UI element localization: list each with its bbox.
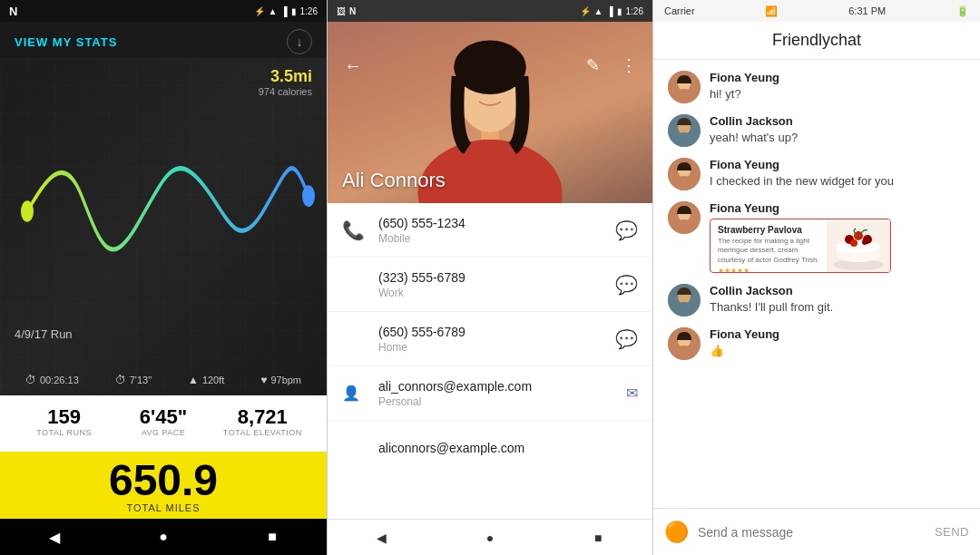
contact-nav-home[interactable]: ●: [472, 520, 508, 556]
contact-phone-work-details: (323) 555-6789 Work: [378, 270, 615, 299]
elevation-icon: ▲: [188, 374, 199, 386]
chat-wifi-icon: 📶: [765, 5, 778, 17]
fitness-panel: N ⚡ ▲ ▐ ▮ 1:26 VIEW MY STATS ↓ 3.5mi 974…: [0, 0, 327, 555]
contact-phone-home-value[interactable]: (650) 555-6789: [378, 325, 615, 339]
nav-home-button[interactable]: ●: [145, 519, 181, 555]
svg-point-6: [675, 89, 693, 103]
wifi-icon: ▲: [269, 6, 278, 16]
chat-text-3: I checked in the new widget for you: [710, 173, 965, 190]
chat-widget-image: [827, 219, 890, 273]
chat-text-6: 👍: [710, 343, 965, 359]
contact-nav-back[interactable]: ◀: [364, 520, 400, 556]
chat-sender-4: Fiona Yeung: [710, 201, 965, 215]
contact-more-button[interactable]: ⋮: [614, 51, 643, 80]
pace-icon: ⏱: [115, 374, 126, 386]
fitness-status-icons: ⚡ ▲ ▐ ▮ 1:26: [254, 6, 318, 16]
download-button[interactable]: ↓: [287, 29, 312, 54]
bluetooth-icon: ⚡: [254, 6, 265, 16]
chat-message-6-content: Fiona Yeung 👍: [710, 327, 965, 359]
timer-icon: ⏱: [25, 374, 36, 386]
metric-time: ⏱ 00:26:13: [25, 374, 79, 386]
metric-pace-value: 7'13": [130, 375, 152, 385]
contact-phone-home-type: Home: [378, 341, 615, 354]
contact-email-2: aliconnors@example.com: [328, 421, 652, 475]
fiona-avatar-3: [668, 201, 701, 234]
chat-send-button[interactable]: Send: [935, 525, 969, 539]
metric-time-value: 00:26:13: [40, 375, 79, 385]
signal-icon: ▐: [280, 6, 287, 16]
contact-nav-recent[interactable]: ■: [580, 520, 616, 556]
contact-nav-bar: ◀ ● ■: [328, 519, 652, 555]
contact-phone-home-details: (650) 555-6789 Home: [378, 325, 615, 354]
contact-action-icons: ✎ ⋮: [578, 51, 643, 80]
chat-carrier: Carrier: [664, 5, 695, 16]
chat-widget-card[interactable]: Strawberry Pavlova The recipe for making…: [710, 219, 891, 273]
collin-avatar-2: [668, 284, 701, 316]
chat-time: 6:31 PM: [848, 5, 886, 16]
email-icon: 👤: [342, 385, 378, 402]
contact-signal-icon: ▐: [606, 6, 612, 16]
svg-point-26: [862, 239, 867, 245]
contact-n-icon: N: [349, 6, 356, 16]
contact-email-personal-type: Personal: [378, 395, 626, 408]
contact-name: Ali Connors: [342, 169, 446, 192]
total-runs-value: 159: [15, 406, 113, 428]
chat-message-6: Fiona Yeung 👍: [668, 327, 965, 360]
contact-phone-home: (650) 555-6789 Home 💬: [328, 312, 652, 366]
contact-email-personal-value[interactable]: ali_connors@example.com: [378, 379, 626, 394]
fitness-map: 3.5mi 974 calories 4/9/17 Run: [0, 58, 327, 395]
contact-phone-work-value[interactable]: (323) 555-6789: [378, 270, 615, 285]
fiona-avatar-image-2: [668, 158, 701, 190]
battery-icon: ▮: [291, 6, 297, 16]
contact-back-button[interactable]: ←: [337, 49, 369, 82]
total-elevation-value: 8,721: [213, 406, 312, 428]
fitness-stats-bottom: 159 TOTAL RUNS 6'45" AVG PACE 8,721 TOTA…: [0, 395, 327, 452]
message-mobile-button[interactable]: 💬: [615, 219, 638, 241]
contact-status-bar: 🖼 N ⚡ ▲ ▐ ▮ 1:26: [328, 0, 652, 22]
contact-time: 1:26: [626, 6, 643, 16]
chat-message-3-content: Fiona Yeung I checked in the new widget …: [710, 158, 965, 190]
chat-attach-icon[interactable]: 🟠: [664, 521, 689, 544]
fitness-status-bar: N ⚡ ▲ ▐ ▮ 1:26: [0, 0, 327, 22]
svg-point-9: [675, 132, 693, 147]
fitness-status-left: N: [9, 5, 17, 18]
chat-panel: Carrier 📶 6:31 PM 🔋 Friendlychat Fiona Y…: [653, 0, 980, 555]
chat-sender-2: Collin Jackson: [710, 114, 965, 128]
chat-message-input[interactable]: [698, 525, 926, 540]
metric-pace: ⏱ 7'13": [115, 374, 152, 386]
fitness-title: VIEW MY STATS: [15, 35, 117, 49]
contact-email-2-value[interactable]: aliconnors@example.com: [378, 441, 638, 455]
total-miles-section: 650.9 TOTAL MILES: [0, 452, 327, 519]
contact-panel: 🖼 N ⚡ ▲ ▐ ▮ 1:26: [327, 0, 653, 555]
metric-heart-value: 97bpm: [270, 375, 301, 385]
message-work-button[interactable]: 💬: [615, 274, 638, 296]
contact-phone-work-type: Work: [378, 287, 615, 299]
contact-photo-icon: 🖼: [337, 6, 346, 16]
run-date: 4/9/17 Run: [15, 327, 73, 341]
chat-widget-description: The recipe for making a light meringue d…: [718, 237, 819, 265]
svg-point-25: [850, 239, 858, 247]
metric-elevation-value: 120ft: [202, 375, 224, 385]
contact-phone-work: (323) 555-6789 Work 💬: [328, 258, 652, 312]
fitness-metrics-row: ⏱ 00:26:13 ⏱ 7'13" ▲ 120ft ♥ 97bpm: [0, 374, 327, 386]
phone-icon: 📞: [342, 219, 378, 241]
chat-message-4-content: Fiona Yeung Strawberry Pavlova The recip…: [710, 201, 965, 273]
chat-sender-5: Collin Jackson: [710, 284, 965, 297]
time-display: 1:26: [300, 6, 318, 16]
contact-email-personal: 👤 ali_connors@example.com Personal ✉: [328, 366, 652, 421]
email-personal-button[interactable]: ✉: [626, 385, 638, 402]
message-home-button[interactable]: 💬: [615, 328, 638, 350]
metric-heart-rate: ♥ 97bpm: [260, 374, 301, 386]
chat-input-bar: 🟠 Send: [653, 508, 980, 555]
chat-widget-stars: ★★★★★: [718, 267, 819, 273]
nav-back-button[interactable]: ◀: [36, 519, 73, 555]
contact-edit-button[interactable]: ✎: [578, 51, 607, 80]
chat-message-1-content: Fiona Yeung hi! yt?: [710, 71, 965, 102]
total-elevation-label: TOTAL ELEVATION: [213, 428, 312, 437]
contact-phone-mobile-details: (650) 555-1234 Mobile: [378, 216, 615, 245]
nav-recent-button[interactable]: ■: [254, 519, 290, 555]
collin-avatar-image-2: [668, 284, 701, 316]
chat-widget-title: Strawberry Pavlova: [718, 225, 819, 235]
chat-message-4: Fiona Yeung Strawberry Pavlova The recip…: [668, 201, 965, 273]
contact-phone-mobile-value[interactable]: (650) 555-1234: [378, 216, 615, 230]
